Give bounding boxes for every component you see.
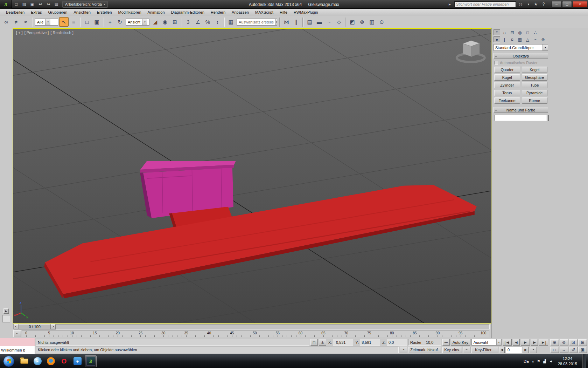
time-configuration-icon[interactable]: ◔ [530,347,537,353]
undo-icon[interactable]: ↩ [37,1,44,8]
tab-utilities-icon[interactable]: ∴ [532,29,539,35]
close-button[interactable]: × [573,1,587,7]
zoom-extents-all-icon[interactable]: ⊞ [578,339,587,346]
object-name-input[interactable] [494,115,547,121]
tab-display-icon[interactable]: □ [524,29,531,35]
orbit-icon[interactable]: ↺ [569,347,578,353]
search-input[interactable] [454,1,516,7]
default-in-out-tangent-icon[interactable]: ~ [463,347,470,353]
open-file-icon[interactable]: ▨ [21,1,28,8]
help-icon[interactable]: ? [540,2,547,7]
viewport-pov-menu[interactable]: [ Perspektive ] [24,30,49,35]
render-setup-icon[interactable]: ⊚ [357,17,367,27]
button-tube[interactable]: Tube [522,82,548,88]
add-time-tag-button[interactable]: Zeitmark. hinzuf. [408,347,441,353]
taskbar-clock[interactable]: 12:24 28.03.2015 [556,356,579,366]
new-scene-icon[interactable]: □ [13,1,20,8]
layout-flyout-button[interactable]: ▶ [4,308,9,314]
menu-bearbeiten[interactable]: Bearbeiten [3,9,28,16]
menu-modifikatoren[interactable]: Modifikatoren [115,9,145,16]
key-mode-dropdown[interactable]: Auswahl ▾ [471,339,502,346]
select-and-link-icon[interactable]: ∞ [1,17,11,27]
current-frame-field[interactable]: 0 [506,347,522,353]
layer-manager-icon[interactable]: ▤ [305,17,314,27]
application-menu-button[interactable]: 3 [0,0,12,9]
menu-diagramm-editoren[interactable]: Diagramm-Editoren [168,9,208,16]
taskbar-blue-app-button[interactable]: ◈ [71,355,83,367]
search-binoculars-icon[interactable]: ◎ [517,2,524,7]
button-zylinder[interactable]: Zylinder [494,82,520,88]
hidden-icons-arrow[interactable]: ▴ [532,359,534,363]
object-color-swatch[interactable] [548,115,549,121]
maximize-viewport-toggle-icon[interactable]: ▣ [578,347,587,353]
menu-rwmaxplugin[interactable]: RWMaxPlugin [290,9,321,16]
spinner-snap-icon[interactable]: ↕ [213,17,222,27]
menu-hilfe[interactable]: Hilfe [276,9,290,16]
unlink-selection-icon[interactable]: ≠ [11,17,21,27]
rendered-frame-window-icon[interactable]: ▥ [367,17,377,27]
track-bar-ruler[interactable]: 0 5 10 15 20 25 30 35 40 45 50 55 60 65 [22,330,489,337]
set-key-icon[interactable]: ⊸ [442,339,450,346]
taskbar-opera-button[interactable]: O [58,355,70,367]
layout-preset-chip[interactable] [2,315,10,322]
language-indicator[interactable]: DE [524,359,529,363]
autogrid-checkbox[interactable] [494,61,498,65]
reference-coordinate-dropdown[interactable]: Ansicht ▾ [126,19,149,26]
menu-animation[interactable]: Animation [145,9,168,16]
redo-icon[interactable]: ↪ [45,1,52,8]
align-icon[interactable]: ∥ [292,17,301,27]
perspective-viewport[interactable]: x y z [ + ] [ Perspektive ] [ Realistisc… [13,28,491,323]
time-slider-track[interactable]: < 0 / 100 > [13,324,490,329]
button-pyramide[interactable]: Pyramide [522,90,548,96]
select-and-manipulate-icon[interactable]: ⊞ [170,17,180,27]
time-slider-handle[interactable]: < 0 / 100 > [14,324,56,329]
category-systems-icon[interactable]: ⊛ [540,36,546,42]
next-frame-nub[interactable]: > [51,324,56,329]
taskbar-firefox-button[interactable] [45,355,57,367]
z-coordinate-field[interactable]: 0,0 [387,339,407,346]
zoom-all-icon[interactable]: ⊛ [560,339,568,346]
button-kegel[interactable]: Kegel [522,67,548,73]
select-by-name-icon[interactable]: ≡ [69,17,78,27]
button-teekanne[interactable]: Teekanne [494,97,520,104]
select-object-icon[interactable]: ↖ [59,17,69,27]
play-button[interactable]: ► [521,339,530,346]
category-helpers-icon[interactable]: △ [524,36,531,42]
auto-key-button[interactable]: Auto-Key [451,339,470,346]
rollout-name-farbe-header[interactable]: – Name und Farbe [493,107,548,113]
x-coordinate-field[interactable]: -0,531 [333,339,353,346]
start-button[interactable] [3,356,14,367]
menu-maxscript[interactable]: MAXScript [252,9,276,16]
menu-gruppieren[interactable]: Gruppieren [45,9,70,16]
render-production-icon[interactable]: ⊙ [377,17,386,27]
minimize-button[interactable]: – [552,1,561,7]
clock-icon[interactable]: ◔ [400,347,407,353]
tab-motion-icon[interactable]: ◎ [517,29,523,35]
rectangular-selection-region-icon[interactable]: □ [82,17,92,27]
zoom-icon[interactable]: ⊕ [550,339,559,346]
use-pivot-center-icon[interactable]: ◉ [160,17,170,27]
button-ebene[interactable]: Ebene [522,97,548,104]
selection-lock-icon[interactable]: ⊓ [310,339,318,346]
button-kugel[interactable]: Kugel [494,74,520,81]
viewport-general-menu[interactable]: [ + ] [16,30,23,35]
taskbar-media-player-button[interactable]: ► [31,355,43,367]
previous-frame-nub[interactable]: < [14,324,19,329]
curve-editor-icon[interactable]: ~ [324,17,334,27]
maximize-button[interactable]: □ [562,1,572,7]
frame-decrement-icon[interactable]: ◄ [499,347,505,353]
percent-snap-icon[interactable]: % [203,17,212,27]
favorites-star-icon[interactable]: ★ [533,2,539,7]
key-filters-button[interactable]: Key-Filter... [471,347,498,353]
angle-snap-icon[interactable]: ∠ [193,17,203,27]
menu-ansichten[interactable]: Ansichten [70,9,93,16]
viewcube[interactable] [457,41,485,62]
button-torus[interactable]: Torus [494,90,520,96]
pan-icon[interactable]: ↔ [560,347,568,353]
mirror-icon[interactable]: ⋈ [282,17,291,27]
go-to-start-button[interactable]: |◄ [503,339,512,346]
menu-anpassen[interactable]: Anpassen [229,9,252,16]
scene-object-red-platform[interactable] [44,185,477,299]
project-folder-icon[interactable]: ▤ [53,1,60,8]
go-to-end-button[interactable]: ►| [539,339,548,346]
